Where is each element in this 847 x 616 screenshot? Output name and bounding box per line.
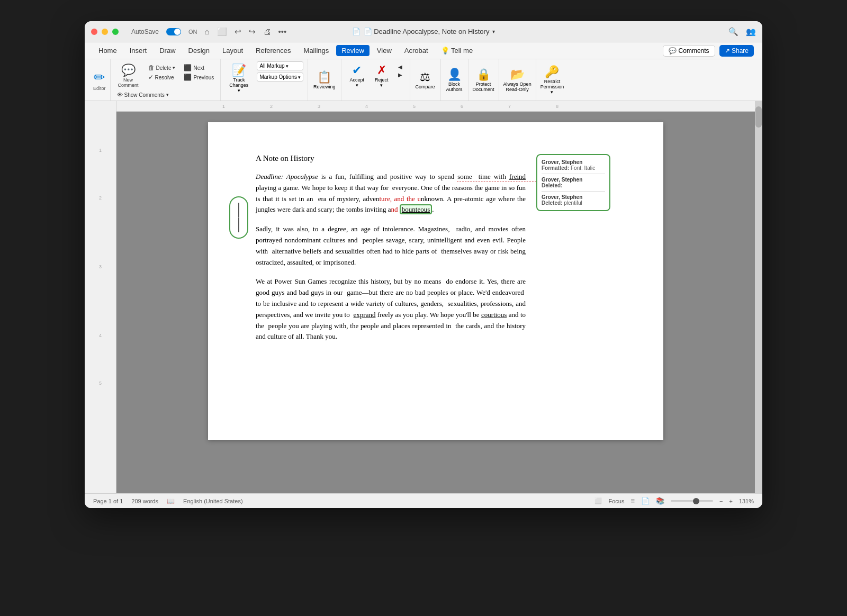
paragraph-3[interactable]: We at Power Sun Games recognize this his…	[256, 276, 526, 342]
paragraph-2[interactable]: Sadly, it was also, to a degree, an age …	[256, 224, 526, 268]
zoom-level[interactable]: 131%	[739, 498, 754, 504]
top-ruler: 1 2 3 4 5 6 7 8	[116, 101, 755, 112]
focus-icon[interactable]: ⬜	[594, 497, 602, 504]
menu-layout[interactable]: Layout	[217, 45, 248, 56]
comment-divider-1	[542, 174, 605, 174]
menu-tell-me[interactable]: 💡 Tell me	[436, 45, 479, 56]
zoom-slider[interactable]	[671, 500, 713, 502]
next-button[interactable]: ⬛ Next	[181, 64, 217, 72]
maximize-button[interactable]	[112, 29, 119, 35]
reject-button[interactable]: ✗ Reject ▾	[371, 61, 393, 90]
titlebar: AutoSave ON ⌂ ⬜ ↩ ↪ 🖨 ••• 📄 📄 Deadline A…	[85, 21, 762, 42]
menu-home[interactable]: Home	[93, 45, 122, 56]
document-page: A Note on History Deadline: Apocalypse i…	[208, 122, 663, 440]
menu-mailings[interactable]: Mailings	[299, 45, 335, 56]
protect-document-icon: 🔒	[476, 68, 491, 81]
accept-icon: ✔	[352, 64, 362, 77]
comments-button[interactable]: 💬 Comments	[663, 45, 715, 57]
proofread-icon[interactable]: 📖	[167, 497, 175, 505]
reject-dropdown[interactable]: ▾	[380, 83, 383, 88]
menu-references[interactable]: References	[250, 45, 296, 56]
comment-box: Grover, Stephen Formatted: Font: Italic …	[536, 154, 610, 211]
resolve-icon: ✓	[148, 74, 154, 81]
next-icon: ⬛	[184, 64, 192, 71]
menu-insert[interactable]: Insert	[124, 45, 152, 56]
chevron-down-icon[interactable]: ▾	[492, 29, 495, 34]
always-open-icon: 📂	[510, 68, 525, 81]
save-icon[interactable]: ⬜	[217, 27, 227, 37]
tracked-text-nd: nd	[391, 205, 400, 213]
menu-draw[interactable]: Draw	[154, 45, 181, 56]
autosave-toggle[interactable]	[166, 28, 181, 35]
new-comment-button[interactable]: 💬 NewComment	[114, 61, 143, 90]
layout-view-icon[interactable]: ≡	[630, 497, 635, 505]
show-comments-row: 👁 Show Comments ▾	[114, 91, 218, 98]
scrollbar-thumb[interactable]	[755, 106, 762, 128]
menu-view[interactable]: View	[372, 45, 397, 56]
minimize-button[interactable]	[102, 29, 108, 35]
delete-button[interactable]: 🗑 Delete ▾	[145, 64, 179, 72]
track-changes-button[interactable]: 📝 TrackChanges ▾	[225, 61, 253, 95]
zoom-out-icon[interactable]: −	[719, 498, 723, 504]
header-action-buttons: 💬 Comments ↗ Share	[663, 45, 754, 57]
accept-button[interactable]: ✔ Accept ▾	[346, 61, 369, 90]
menu-acrobat[interactable]: Acrobat	[399, 45, 434, 56]
collab-icon[interactable]: 👥	[746, 27, 756, 37]
ribbon: ✏ Editor 💬 NewComment 🗑 Delete ▾ ✓	[85, 59, 762, 101]
zoom-in-icon[interactable]: +	[729, 498, 732, 504]
restrict-permission-icon: 🔑	[545, 65, 559, 79]
menu-design[interactable]: Design	[183, 45, 215, 56]
show-comments-icon: 👁	[117, 92, 123, 98]
menu-review[interactable]: Review	[336, 45, 370, 56]
immersive-reader-icon[interactable]: 📚	[656, 497, 664, 505]
reviewing-label: Reviewing	[313, 84, 336, 89]
block-authors-group: 👤 BlockAuthors	[441, 59, 468, 101]
comment-2: Grover, Stephen Deleted:	[542, 177, 605, 188]
accept-dropdown[interactable]: ▾	[356, 83, 358, 88]
comment-1: Grover, Stephen Formatted: Font: Italic	[542, 159, 605, 171]
zoom-thumb[interactable]	[693, 498, 699, 504]
block-authors-icon: 👤	[447, 68, 462, 81]
protect-document-group: 🔒 ProtectDocument	[468, 59, 499, 101]
delete-dropdown-icon[interactable]: ▾	[173, 65, 175, 70]
share-button[interactable]: ↗ Share	[719, 45, 754, 57]
show-comments-dropdown[interactable]: ▾	[166, 92, 169, 97]
left-ruler: 1 2 3 4 5	[85, 101, 116, 493]
comment-sidebar: Grover, Stephen Formatted: Font: Italic …	[536, 154, 616, 408]
all-markup-dropdown[interactable]: All Markup ▾	[257, 61, 303, 70]
document-heading: A Note on History	[256, 154, 526, 163]
next-change-button[interactable]: ▶	[395, 71, 406, 78]
previous-button[interactable]: ⬛ Previous	[181, 73, 217, 81]
show-comments-button[interactable]: 👁 Show Comments ▾	[114, 91, 172, 98]
statusbar: Page 1 of 1 209 words 📖 English (United …	[85, 493, 762, 508]
language[interactable]: English (United States)	[183, 498, 243, 504]
accept-label: Accept	[350, 77, 365, 83]
markup-options-dropdown-icon[interactable]: ▾	[298, 75, 301, 80]
redo-icon[interactable]: ↪	[249, 27, 256, 37]
more-icon[interactable]: •••	[278, 27, 287, 36]
print-icon[interactable]: 🖨	[263, 27, 271, 36]
delete-icon: 🗑	[148, 64, 155, 71]
paragraph-1[interactable]: Deadline: Apocalypse is a fun, fulfillin…	[256, 171, 526, 215]
previous-change-button[interactable]: ◀	[395, 64, 406, 70]
document-area: 1 2 3 4 5 1 2 3 4 5 6 7 8	[85, 101, 762, 493]
track-changes-dropdown[interactable]: ▾	[238, 88, 240, 93]
editor-label: Editor	[93, 86, 106, 91]
home-icon[interactable]: ⌂	[205, 27, 210, 36]
reviewing-group: 📋 Reviewing	[308, 59, 341, 101]
autosave-label: AutoSave	[131, 28, 159, 35]
doc-title-icon: 📄	[352, 28, 361, 35]
resolve-button[interactable]: ✓ Resolve	[145, 73, 179, 81]
print-layout-icon[interactable]: 📄	[641, 497, 650, 505]
restrict-permission-dropdown[interactable]: ▾	[551, 89, 553, 95]
undo-icon[interactable]: ↩	[235, 27, 241, 37]
focus-label[interactable]: Focus	[608, 498, 624, 504]
vertical-scrollbar[interactable]	[755, 101, 762, 493]
highlighted-word-bounteous: bounteous	[400, 204, 432, 214]
markup-options-dropdown[interactable]: Markup Options ▾	[257, 73, 303, 81]
search-icon[interactable]: 🔍	[728, 27, 738, 37]
compare-icon: ⚖	[420, 70, 430, 84]
close-button[interactable]	[91, 29, 97, 35]
all-markup-dropdown-icon[interactable]: ▾	[286, 64, 289, 69]
page-main-content[interactable]: A Note on History Deadline: Apocalypse i…	[256, 154, 526, 408]
